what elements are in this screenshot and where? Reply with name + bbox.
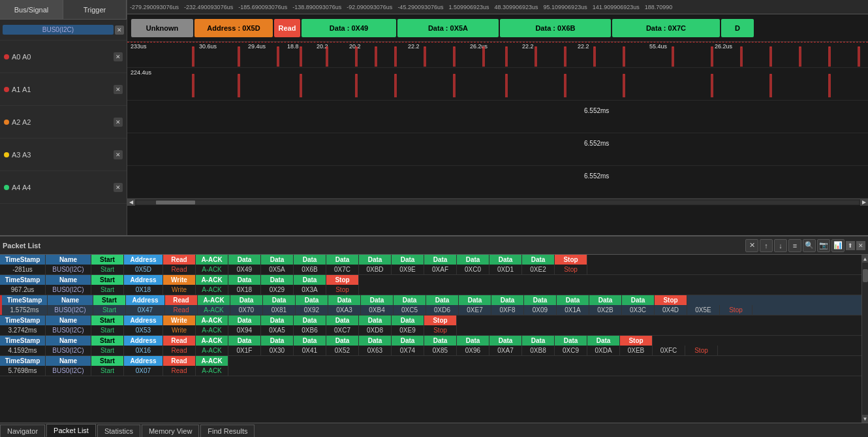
pv-aack-3: A-ACK [198, 305, 230, 315]
btn-close-panel[interactable]: ✕ [856, 241, 865, 250]
tab-bus-signal[interactable]: Bus/Signal [0, 0, 63, 19]
ph-d3-5: Data [294, 336, 326, 346]
h-scroll-left[interactable]: ◀ [127, 199, 135, 206]
channel-close-a0[interactable]: ✕ [114, 52, 123, 61]
pv-d3-3: 0X92 [296, 305, 328, 315]
channel-label-a1: A1 A1 [12, 86, 114, 93]
channel-close-a4[interactable]: ✕ [114, 183, 123, 192]
btn-menu[interactable]: ≡ [788, 239, 801, 252]
ph-aack-1: A-ACK [196, 255, 228, 265]
ph-d2-4: Data [261, 316, 294, 325]
pv-d7-3: 0XD6 [426, 305, 459, 315]
ph-stop-2: Stop [326, 275, 359, 285]
packet-vals-3[interactable]: 1.5752ms BUS0(I2C) Start 0X47 Read A-ACK… [0, 305, 861, 315]
pv-start-1: Start [91, 265, 124, 274]
timing-6552ms-c: 6.552ms [584, 172, 609, 180]
pv-d10-5: 0XB8 [522, 346, 555, 355]
pv-rw-3: Read [165, 305, 198, 315]
packet-vals-6[interactable]: 5.7698ms BUS0(I2C) Start 0X07 Read A-ACK [0, 366, 861, 376]
h-scroll-right[interactable]: ▶ [860, 199, 868, 206]
pv-nm-2: BUS0(I2C) [46, 285, 91, 295]
ph-d1-3: Data [230, 295, 263, 305]
scroll-up-btn[interactable]: ▲ [862, 255, 868, 263]
pv-nm-3: BUS0(I2C) [48, 305, 93, 315]
channel-close-a1[interactable]: ✕ [114, 85, 123, 94]
scroll-thumb[interactable] [863, 269, 868, 282]
ph-d2-5: Data [261, 336, 294, 346]
pv-d1-4: 0X94 [228, 325, 261, 335]
tab-trigger[interactable]: Trigger [63, 0, 127, 19]
channel-close-a2[interactable]: ✕ [114, 118, 123, 127]
btn-screenshot[interactable]: 📷 [817, 239, 830, 252]
pv-start-6: Start [91, 366, 124, 376]
ph-data6-1: Data [392, 255, 424, 265]
packet-content: TimeStamp Name Start Address Read A-ACK … [0, 255, 868, 423]
signal-row-a3: 6.552ms [127, 133, 868, 166]
tab-packet-list[interactable]: Packet List [46, 424, 96, 437]
pv-aack-2: A-ACK [196, 285, 228, 295]
pv-d1-1: 0X49 [228, 265, 261, 274]
packet-header-4: TimeStamp Name Start Address Write A-ACK… [0, 316, 861, 325]
h-scroll-thumb[interactable] [156, 201, 195, 204]
toolbar-right: ✕ ↑ ↓ ≡ 🔍 📷 📊 ⬆ ✕ [745, 239, 865, 252]
btn-up[interactable]: ↑ [760, 239, 773, 252]
ph-start-2: Start [91, 275, 124, 285]
ph-data1-1: Data [228, 255, 261, 265]
pv-start-4: Start [91, 325, 124, 335]
packet-header-5: TimeStamp Name Start Address Read A-ACK … [0, 336, 861, 346]
ph-d8-5: Data [457, 336, 489, 346]
ph-d6-3: Data [394, 295, 426, 305]
decode-address: Address : 0X5D [194, 19, 273, 37]
channel-row-a0: A0 A0 ✕ [0, 40, 127, 73]
tab-memory-view[interactable]: Memory View [142, 425, 199, 437]
signal-timing-row1: 233us 30.6us 29.4us 18.8 20.2 20.2 22.2 … [127, 42, 868, 68]
pv-d13-5: 0XEB [620, 346, 653, 355]
channel-label-a0: A0 A0 [12, 53, 114, 61]
ph-d1-4: Data [228, 316, 261, 325]
tab-navigator[interactable]: Navigator [0, 425, 45, 437]
pv-d6-1: 0X9E [392, 265, 424, 274]
tl-label-4: -92.090093076us [347, 4, 392, 10]
tab-find-results[interactable]: Find Results [200, 425, 255, 437]
ph-d3-2: Data [294, 275, 326, 285]
tab-statistics[interactable]: Statistics [97, 425, 140, 437]
decode-data1: Data : 0X49 [302, 19, 396, 37]
bus-chip[interactable]: BUS0(I2C) [3, 25, 114, 35]
ph-d8-3: Data [459, 295, 491, 305]
ph-data4-1: Data [326, 255, 359, 265]
ph-aack-5: A-ACK [196, 336, 228, 346]
ph-ts-2: TimeStamp [0, 275, 46, 285]
pv-d13-3: 0X3C [622, 305, 655, 315]
packet-vals-1[interactable]: -281us BUS0(I2C) Start 0X5D Read A-ACK 0… [0, 265, 861, 274]
packet-vals-2[interactable]: 967.2us BUS0(I2C) Start 0X18 Write A-ACK… [0, 285, 861, 295]
ph-d9-5: Data [489, 336, 522, 346]
pv-nm-4: BUS0(I2C) [46, 325, 91, 335]
tl-label-7: 48.309906923us [495, 4, 538, 10]
pv-d9-5: 0XA7 [489, 346, 522, 355]
tl-label-9: 141.909906923us [593, 4, 640, 10]
ph-d9-3: Data [491, 295, 524, 305]
packet-group-2: TimeStamp Name Start Address Write A-ACK… [0, 275, 861, 295]
btn-stats[interactable]: 📊 [831, 239, 845, 252]
pv-start-2: Start [91, 285, 124, 295]
bus-row: BUS0(I2C) ✕ [0, 20, 127, 40]
packet-vals-5[interactable]: 4.1592ms BUS0(I2C) Start 0X16 Read A-ACK… [0, 346, 861, 355]
ph-data9-1: Data [489, 255, 522, 265]
btn-search[interactable]: 🔍 [803, 239, 816, 252]
channel-close-a3[interactable]: ✕ [114, 150, 123, 159]
pv-addr-4: 0X53 [124, 325, 163, 335]
scroll-down-btn[interactable]: ▼ [862, 415, 868, 423]
packet-vals-4[interactable]: 3.2742ms BUS0(I2C) Start 0X53 Write A-AC… [0, 325, 861, 335]
packet-header-3: TimeStamp Name Start Address Read A-ACK … [0, 295, 861, 305]
pv-d1-5: 0X1F [228, 346, 261, 355]
dashed-line [127, 42, 868, 42]
packet-table[interactable]: TimeStamp Name Start Address Read A-ACK … [0, 255, 861, 423]
ph-d10-5: Data [522, 336, 555, 346]
btn-clear[interactable]: ✕ [745, 239, 758, 252]
bus-close-btn[interactable]: ✕ [115, 25, 124, 35]
ph-addr-3: Address [126, 295, 165, 305]
ph-nm-6: Name [46, 356, 91, 366]
btn-down[interactable]: ↓ [774, 239, 787, 252]
pv-aack-1: A-ACK [196, 265, 228, 274]
btn-float[interactable]: ⬆ [846, 241, 855, 250]
